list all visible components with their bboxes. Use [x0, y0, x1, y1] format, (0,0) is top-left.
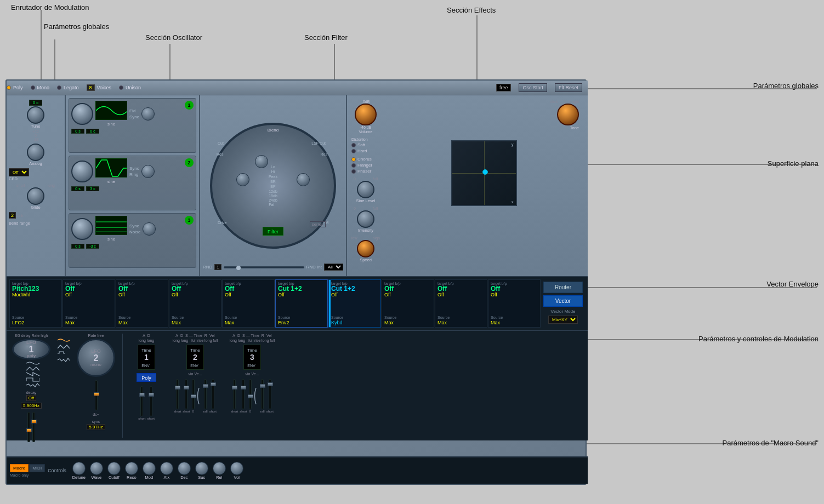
osc-start-button[interactable]: Osc Start	[519, 83, 547, 92]
osc3-noise-label: Noise	[129, 230, 140, 234]
vector-mode-select[interactable]: Mix+XY	[548, 316, 578, 324]
wave-knob[interactable]	[90, 462, 103, 475]
rnd-slider[interactable]	[224, 266, 304, 268]
env3-s-track[interactable]	[249, 379, 252, 409]
router-section: target b/p Pitch123 ModWhl Source LFO2 t…	[7, 276, 588, 331]
env2-r-track[interactable]	[204, 379, 207, 409]
cell0-src-val[interactable]: LFO2	[12, 320, 25, 325]
cell0-main[interactable]: Pitch123	[12, 285, 59, 292]
osc2-fm-knob[interactable]	[141, 165, 155, 178]
annotation-params-globales: Parámetros globales	[44, 22, 109, 32]
cutoff-knob[interactable]	[107, 462, 121, 475]
bottom-bar: Macro MIDI Macro only Controls Detune Wa…	[7, 456, 588, 484]
reso-knob[interactable]	[125, 462, 138, 475]
rnd-all-select[interactable]: All	[324, 264, 343, 271]
intensity-knob[interactable]	[357, 210, 374, 228]
cell9-src-val[interactable]: Max	[491, 320, 500, 325]
cell5-main[interactable]: Cut 1+2	[278, 285, 325, 292]
env2-s-track[interactable]	[192, 379, 195, 409]
router-button[interactable]: Router	[543, 282, 583, 293]
speed-knob[interactable]	[357, 240, 374, 257]
lfo1-r-tri[interactable]	[58, 345, 70, 349]
lfo1-r-rand[interactable]	[58, 358, 70, 362]
detune-knob[interactable]	[72, 462, 86, 475]
osc1-knob[interactable]	[71, 103, 93, 125]
vector-button[interactable]: Vector	[543, 295, 583, 307]
filter-db-types: 12db 18db 24db Fat	[269, 190, 277, 207]
env2-vel-track[interactable]	[212, 379, 214, 409]
filter-cut2-knob[interactable]	[297, 173, 310, 186]
cell1-src-val[interactable]: Max	[65, 320, 75, 325]
osc3-fm-knob[interactable]	[143, 222, 156, 236]
env2-a-track[interactable]	[176, 379, 179, 409]
cell4-src-val[interactable]: Max	[225, 320, 234, 325]
atk-knob[interactable]	[160, 462, 173, 475]
cbd-dropdown[interactable]: OffOn	[9, 168, 29, 176]
lfo2-rate-track[interactable]	[95, 380, 98, 410]
annotation-seccion-effects: Sección Effects	[447, 5, 496, 15]
cell1-main[interactable]: Off	[65, 285, 112, 292]
env1-a-track[interactable]	[140, 386, 143, 416]
lfo1-r-sine[interactable]	[58, 338, 70, 342]
env3-vel-track[interactable]	[269, 379, 271, 409]
cell8-main[interactable]: Off	[437, 285, 485, 292]
osc2-knob[interactable]	[71, 161, 93, 182]
env3-a-track[interactable]	[233, 379, 236, 409]
cell6-main[interactable]: Cut 1+2	[331, 285, 378, 292]
macro-tabs: Macro MIDI Macro only	[10, 464, 45, 477]
tune-knob[interactable]	[27, 106, 44, 124]
cell6-src-val[interactable]: Kybd	[331, 320, 343, 325]
lfo1-wave-rand[interactable]	[26, 383, 39, 387]
bend-section: 2 link	[9, 212, 62, 219]
sus-knob[interactable]	[195, 462, 208, 475]
vol-knob[interactable]	[230, 462, 243, 475]
cell5-sub: Off	[278, 292, 325, 297]
env3-d-slider: short	[240, 379, 247, 413]
cell4-main[interactable]: Off	[225, 285, 272, 292]
filter-cut1-knob[interactable]	[236, 173, 249, 186]
dec-knob[interactable]	[178, 462, 191, 475]
filter-knob3	[297, 173, 310, 186]
rnd-value: 1	[214, 264, 221, 270]
cell2-src-val[interactable]: Max	[118, 320, 128, 325]
env3-d-track[interactable]	[242, 379, 245, 409]
cell8-src-val[interactable]: Max	[437, 320, 447, 325]
x-label: x	[512, 200, 514, 204]
osc1-fm-knob[interactable]	[141, 107, 155, 121]
lfo1-r-pulse[interactable]	[58, 351, 70, 356]
lfo1-wave-saw[interactable]	[26, 372, 39, 376]
midi-tab[interactable]: MIDI	[29, 464, 45, 472]
env3-r-track[interactable]	[261, 379, 264, 409]
mod-knob[interactable]	[143, 462, 156, 475]
volume-knob[interactable]	[355, 104, 377, 125]
cell3-main[interactable]: Off	[172, 285, 219, 292]
cell7-src-val[interactable]: Max	[384, 320, 394, 325]
tone-knob[interactable]	[557, 104, 579, 125]
lfo1-eg-track[interactable]	[27, 412, 30, 442]
lfo2-circle[interactable]: LFO 2 mono	[77, 339, 115, 377]
sine-level-knob[interactable]	[357, 181, 374, 198]
cell5-src-val[interactable]: Env2	[278, 320, 289, 325]
rel-knob[interactable]	[213, 462, 226, 475]
lfo1-wave-square[interactable]	[26, 377, 39, 382]
osc3-knob[interactable]	[71, 218, 93, 240]
env1-d-track[interactable]	[150, 386, 152, 416]
lfo1-decay: decay Off 5.900Hz	[21, 391, 42, 409]
env2-a-slider: short	[174, 379, 181, 413]
glide-knob[interactable]	[27, 187, 44, 205]
cell7-main[interactable]: Off	[384, 285, 431, 292]
cell3-src-val[interactable]: Max	[172, 320, 181, 325]
lfo1-rate-track[interactable]	[32, 412, 35, 442]
lfo1-wave-tri[interactable]	[26, 366, 39, 371]
macro-tab[interactable]: Macro	[10, 464, 29, 472]
cell2-main[interactable]: Off	[118, 285, 166, 292]
cell9-main[interactable]: Off	[491, 285, 538, 292]
env2-d-track[interactable]	[185, 379, 187, 409]
analog-knob[interactable]	[27, 144, 44, 161]
flt-reset-button[interactable]: Flt Reset	[555, 83, 582, 92]
filter-res1-knob[interactable]	[255, 155, 268, 168]
lfo1-circle[interactable]: LFO 1 poly	[12, 339, 50, 360]
lfo1-wave-sine[interactable]	[26, 361, 39, 365]
instrument-body: Poly Mono Legato 8 Voices Unison free Os…	[5, 79, 587, 485]
xy-pad[interactable]: y x	[451, 140, 517, 206]
